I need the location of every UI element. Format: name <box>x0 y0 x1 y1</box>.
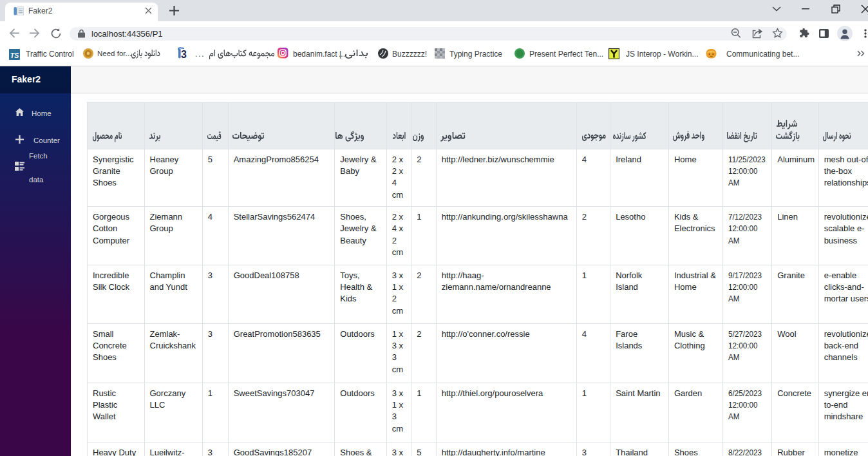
svg-text:3: 3 <box>181 49 187 59</box>
svg-text:TS: TS <box>10 52 19 59</box>
